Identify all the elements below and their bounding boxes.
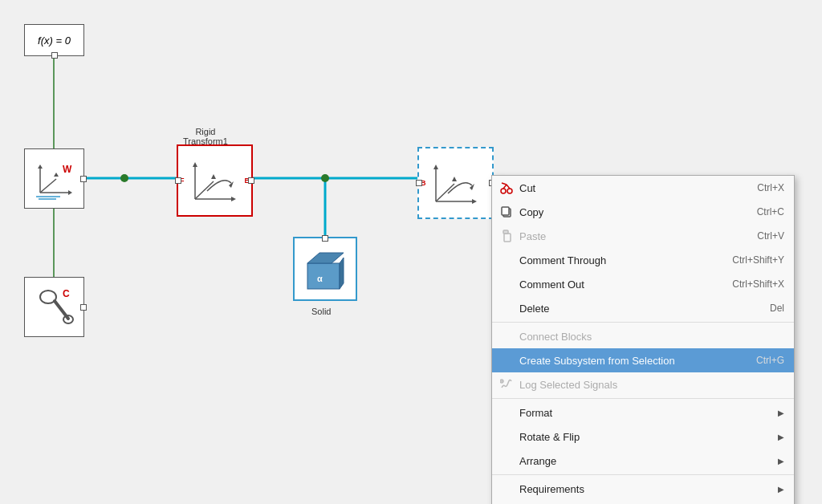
- requirements-label: Requirements: [519, 483, 771, 495]
- create-subsystem-icon: [498, 352, 515, 368]
- rt1-label: Rigid Transform1: [183, 127, 228, 146]
- log-signals-icon: [498, 376, 515, 392]
- solid-block[interactable]: α: [293, 237, 357, 301]
- paste-icon: [498, 228, 515, 244]
- menu-item-comment-through[interactable]: Comment Through Ctrl+Shift+Y: [492, 248, 794, 272]
- menu-item-connect-blocks: Connect Blocks: [492, 324, 794, 348]
- connect-blocks-label: Connect Blocks: [519, 331, 784, 343]
- menu-item-paste: Paste Ctrl+V: [492, 224, 794, 248]
- arrange-icon: [498, 453, 515, 469]
- paste-shortcut: Ctrl+V: [757, 230, 784, 242]
- svg-rect-29: [307, 263, 340, 289]
- comment-out-label: Comment Out: [519, 278, 716, 291]
- delete-shortcut: Del: [770, 303, 784, 314]
- paste-label: Paste: [519, 230, 741, 242]
- svg-line-24: [195, 181, 214, 199]
- simulink-canvas: f(x) = 0 W: [0, 0, 822, 504]
- cut-shortcut: Ctrl+X: [757, 182, 784, 193]
- svg-marker-13: [54, 173, 59, 177]
- svg-marker-26: [193, 162, 197, 167]
- menu-item-requirements[interactable]: Requirements ▶: [492, 477, 794, 501]
- svg-marker-27: [211, 174, 216, 179]
- format-icon: [498, 404, 515, 421]
- svg-marker-36: [472, 199, 477, 204]
- svg-marker-31: [340, 258, 344, 289]
- connect-blocks-icon: [498, 328, 515, 344]
- rotate-flip-arrow: ▶: [778, 433, 784, 441]
- comment-out-shortcut: Ctrl+Shift+X: [732, 278, 784, 290]
- divider-1: [492, 322, 794, 323]
- fx-block[interactable]: f(x) = 0: [24, 24, 84, 56]
- arrange-label: Arrange: [519, 455, 771, 467]
- comment-through-icon: [498, 252, 515, 268]
- menu-item-cut[interactable]: Cut Ctrl+X: [492, 176, 794, 200]
- rotate-flip-icon: [498, 429, 515, 445]
- delete-label: Delete: [519, 303, 754, 315]
- svg-line-35: [436, 184, 454, 201]
- copy-icon: [498, 204, 515, 220]
- create-subsystem-label: Create Subsystem from Selection: [519, 355, 740, 367]
- delete-icon: [498, 300, 515, 316]
- svg-marker-38: [452, 177, 457, 181]
- cut-icon: [498, 180, 515, 196]
- menu-item-rotate-flip[interactable]: Rotate & Flip ▶: [492, 425, 794, 449]
- svg-point-41: [507, 189, 512, 193]
- copy-label: Copy: [519, 206, 741, 218]
- divider-3: [492, 474, 794, 475]
- svg-point-40: [501, 189, 506, 193]
- svg-line-44: [502, 183, 507, 185]
- comment-out-icon: [498, 276, 515, 292]
- menu-item-cpp-code[interactable]: C/C++ Code ▶: [492, 501, 794, 504]
- copy-shortcut: Ctrl+C: [757, 206, 784, 217]
- arrange-arrow: ▶: [778, 457, 784, 465]
- menu-item-arrange[interactable]: Arrange ▶: [492, 449, 794, 473]
- context-menu: Cut Ctrl+X Copy Ctrl+C Paste C: [491, 175, 795, 504]
- fx-label: f(x) = 0: [38, 35, 71, 47]
- svg-marker-11: [68, 190, 72, 195]
- svg-rect-48: [503, 230, 508, 234]
- svg-text:α: α: [317, 274, 323, 283]
- c-block[interactable]: C: [24, 277, 84, 337]
- menu-item-comment-out[interactable]: Comment Out Ctrl+Shift+X: [492, 272, 794, 296]
- svg-point-5: [120, 174, 128, 182]
- svg-rect-46: [502, 207, 509, 215]
- rt2-block[interactable]: B: [417, 147, 494, 219]
- menu-item-log-signals: Log Selected Signals: [492, 372, 794, 396]
- solid-label: Solid: [311, 307, 331, 316]
- w-block[interactable]: W: [24, 148, 84, 209]
- svg-line-42: [503, 185, 507, 189]
- svg-marker-12: [38, 165, 43, 169]
- svg-marker-25: [231, 197, 236, 201]
- svg-line-43: [507, 185, 510, 189]
- rt1-block[interactable]: F B: [177, 144, 253, 217]
- format-label: Format: [519, 407, 771, 419]
- menu-item-delete[interactable]: Delete Del: [492, 296, 794, 320]
- requirements-icon: [498, 481, 515, 497]
- svg-text:C: C: [63, 288, 70, 299]
- log-signals-label: Log Selected Signals: [519, 379, 784, 391]
- create-subsystem-shortcut: Ctrl+G: [756, 355, 784, 366]
- menu-item-copy[interactable]: Copy Ctrl+C: [492, 200, 794, 224]
- requirements-arrow: ▶: [778, 485, 784, 494]
- comment-through-shortcut: Ctrl+Shift+Y: [732, 254, 784, 266]
- menu-item-format[interactable]: Format ▶: [492, 400, 794, 425]
- svg-text:W: W: [63, 164, 72, 175]
- svg-marker-37: [433, 165, 438, 169]
- rotate-flip-label: Rotate & Flip: [519, 431, 771, 443]
- comment-through-label: Comment Through: [519, 254, 716, 266]
- divider-2: [492, 398, 794, 399]
- svg-point-7: [321, 174, 329, 182]
- format-arrow: ▶: [778, 408, 784, 417]
- svg-point-50: [501, 380, 503, 382]
- svg-marker-30: [307, 253, 344, 263]
- svg-line-10: [40, 179, 56, 193]
- menu-item-create-subsystem[interactable]: Create Subsystem from Selection Ctrl+G: [492, 348, 794, 372]
- cut-label: Cut: [519, 182, 741, 194]
- svg-rect-47: [504, 234, 511, 242]
